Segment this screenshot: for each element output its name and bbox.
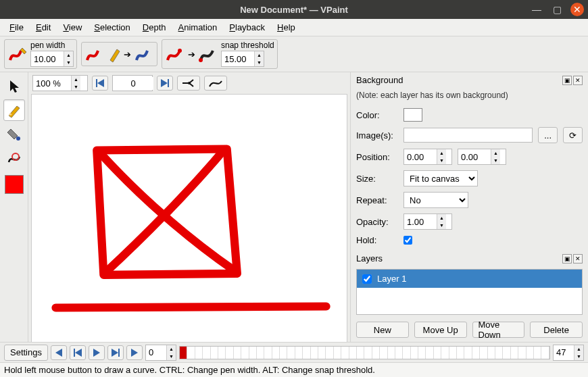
- snap-up[interactable]: ▲: [254, 51, 264, 59]
- position-label: Position:: [356, 152, 398, 162]
- curve-mode-button[interactable]: [204, 76, 227, 91]
- timeline-last-button[interactable]: [107, 345, 124, 360]
- menu-help[interactable]: Help: [272, 20, 301, 34]
- svg-point-0: [178, 49, 182, 53]
- layer-delete-button[interactable]: Delete: [530, 322, 583, 338]
- snap-threshold-input[interactable]: [222, 53, 254, 66]
- snap-threshold-label: snap threshold: [221, 41, 274, 50]
- timeline-first-button[interactable]: [70, 345, 86, 360]
- sketch-tool[interactable]: [3, 99, 25, 121]
- window-title: New Document* — VPaint: [240, 5, 348, 15]
- timeline-prev-button[interactable]: [51, 345, 67, 360]
- zoom-input[interactable]: [33, 77, 71, 90]
- current-frame-spinner[interactable]: [112, 75, 153, 91]
- images-input[interactable]: [403, 128, 533, 143]
- position-x-input[interactable]: [404, 151, 437, 164]
- layer-visible-checkbox[interactable]: [362, 274, 372, 284]
- svg-point-4: [188, 82, 191, 84]
- current-frame-input[interactable]: [113, 77, 153, 90]
- right-panel: Background ▣✕ (Note: each layer has its …: [350, 72, 588, 342]
- maximize-button[interactable]: ▢: [550, 3, 564, 16]
- planarize-group[interactable]: ➔: [81, 42, 157, 66]
- last-frame-button[interactable]: [157, 76, 173, 91]
- current-color-swatch[interactable]: [5, 175, 24, 194]
- timeline-next-button[interactable]: [126, 345, 143, 360]
- opacity-input[interactable]: [404, 216, 437, 228]
- select-tool[interactable]: [3, 75, 25, 97]
- layer-moveup-button[interactable]: Move Up: [414, 322, 467, 338]
- layers-panel-title: Layers: [356, 253, 383, 263]
- first-frame-button[interactable]: [92, 76, 108, 91]
- sculpt-tool[interactable]: [3, 148, 25, 170]
- images-browse-button[interactable]: ...: [538, 127, 558, 143]
- background-close-button[interactable]: ✕: [573, 76, 583, 85]
- pencil-icon: [107, 44, 121, 64]
- minimize-button[interactable]: —: [530, 3, 543, 16]
- menu-file[interactable]: File: [4, 20, 29, 34]
- timeline-bar: Settings ▲▼ ▲▼: [0, 342, 588, 362]
- timeline-end-spinner[interactable]: ▲▼: [553, 345, 584, 361]
- menu-edit[interactable]: Edit: [30, 20, 56, 34]
- menu-playback[interactable]: Playback: [224, 20, 270, 34]
- background-note: (Note: each layer has its own background…: [356, 91, 583, 100]
- close-button[interactable]: ✕: [570, 3, 584, 16]
- curve1-icon: [165, 44, 185, 64]
- hold-checkbox[interactable]: [403, 236, 412, 245]
- position-y-spinner[interactable]: ▲▼: [458, 149, 506, 165]
- timeline-cursor[interactable]: [180, 347, 187, 359]
- menubar: File Edit View Selection Depth Animation…: [0, 19, 588, 36]
- zoom-down[interactable]: ▼: [71, 83, 80, 91]
- background-undock-button[interactable]: ▣: [562, 76, 572, 85]
- menu-depth[interactable]: Depth: [137, 20, 172, 34]
- position-y-input[interactable]: [458, 151, 491, 164]
- layer-movedown-button[interactable]: Move Down: [472, 322, 525, 338]
- images-refresh-button[interactable]: ⟳: [563, 127, 583, 143]
- pen-width-group: pen width ▲▼: [4, 39, 77, 69]
- menu-view[interactable]: View: [57, 20, 87, 34]
- images-label: Image(s):: [356, 130, 398, 141]
- paint-tool[interactable]: [3, 124, 25, 145]
- zoom-spinner[interactable]: ▲▼: [32, 75, 88, 91]
- repeat-select[interactable]: No: [403, 192, 468, 208]
- pen-width-spinner[interactable]: ▲▼: [30, 51, 74, 67]
- center-column: ▲▼: [28, 72, 350, 342]
- status-text: Hold left mouse button to draw a curve. …: [4, 365, 375, 375]
- layer-new-button[interactable]: New: [356, 322, 409, 338]
- topology-mode-button[interactable]: [177, 76, 200, 91]
- drawing-content: [32, 95, 347, 342]
- snap-threshold-spinner[interactable]: ▲▼: [221, 51, 264, 67]
- layers-list[interactable]: Layer 1: [356, 269, 583, 315]
- layers-undock-button[interactable]: ▣: [562, 254, 572, 263]
- canvas[interactable]: [31, 94, 347, 342]
- background-panel-title: Background: [356, 75, 403, 85]
- repeat-label: Repeat:: [356, 195, 398, 205]
- sketch-red-icon: [84, 44, 105, 64]
- timeline-current-spinner[interactable]: ▲▼: [145, 345, 176, 361]
- curve2-icon: [198, 44, 218, 64]
- position-x-spinner[interactable]: ▲▼: [403, 149, 452, 165]
- layers-empty-area[interactable]: [357, 288, 582, 314]
- zoom-up[interactable]: ▲: [71, 76, 80, 83]
- menu-selection[interactable]: Selection: [89, 20, 135, 34]
- hold-label: Hold:: [356, 235, 398, 245]
- pen-width-up[interactable]: ▲: [64, 51, 73, 59]
- opacity-spinner[interactable]: ▲▼: [403, 213, 452, 230]
- timeline-play-button[interactable]: [89, 345, 105, 360]
- layers-close-button[interactable]: ✕: [573, 254, 583, 263]
- timeline-settings-button[interactable]: Settings: [4, 345, 48, 361]
- menu-animation[interactable]: Animation: [173, 20, 223, 34]
- timeline-current-input[interactable]: [146, 346, 166, 359]
- pen-width-input[interactable]: [31, 53, 64, 66]
- layer-row[interactable]: Layer 1: [357, 270, 582, 288]
- size-select[interactable]: Fit to canvas: [403, 170, 478, 186]
- pen-width-down[interactable]: ▼: [64, 59, 73, 66]
- size-label: Size:: [356, 174, 398, 184]
- background-color-swatch[interactable]: [403, 108, 422, 122]
- snap-down[interactable]: ▼: [254, 59, 264, 66]
- timeline-frames[interactable]: [179, 346, 550, 359]
- svg-point-2: [16, 136, 20, 141]
- canvas-toolbar: ▲▼: [28, 72, 350, 94]
- titlebar: New Document* — VPaint — ▢ ✕: [0, 0, 588, 19]
- timeline-end-input[interactable]: [554, 346, 574, 359]
- main-area: ▲▼ Background ▣✕ (: [0, 72, 588, 342]
